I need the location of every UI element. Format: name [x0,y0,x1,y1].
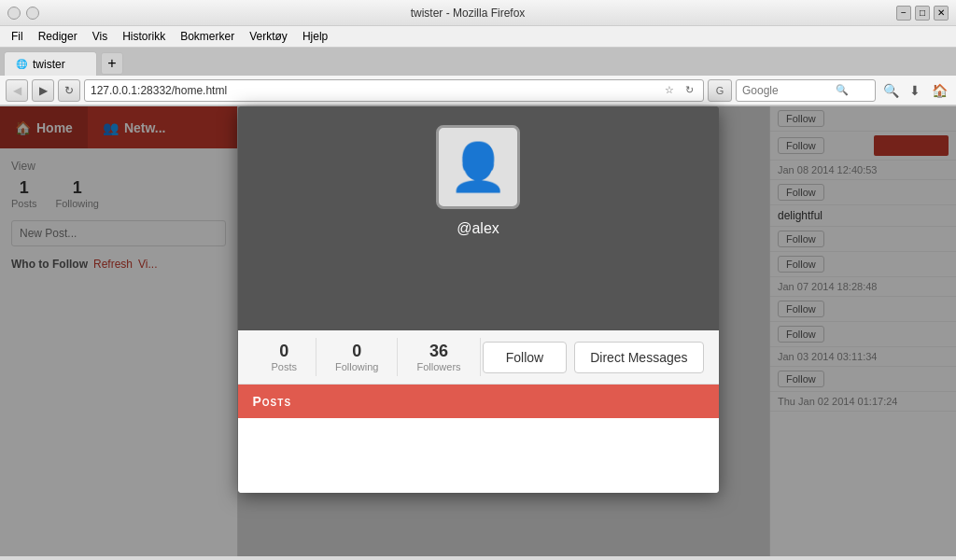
window-close-btn[interactable] [7,7,21,20]
profile-posts-stat: 0 Posts [253,338,317,376]
page-content: 🏠 Home 👥 Netw... View 1 Posts 1 Followin… [0,106,956,556]
refresh-button[interactable]: ↻ [58,79,80,102]
menu-historikk[interactable]: Historikk [115,28,173,45]
new-tab-button[interactable]: + [101,52,123,75]
profile-stats-bar: 0 Posts 0 Following 36 Followers Follow … [238,330,719,385]
menu-bokmerker[interactable]: Bokmerker [173,28,242,45]
profile-followers-count: 36 [429,342,448,361]
url-icons: ☆ ↻ [661,82,697,99]
bookmark-star-icon[interactable]: ☆ [661,82,678,99]
menu-hjelp[interactable]: Hjelp [295,28,335,45]
posts-section: Posts [238,385,719,493]
tab-twister[interactable]: 🌐 twister [4,51,97,76]
address-bar: ◀ ▶ ↻ 127.0.0.1:28332/home.html ☆ ↻ G 🔍 … [0,76,956,105]
back-button[interactable]: ◀ [6,79,28,102]
title-bar-controls [7,7,39,20]
tab-label: twister [33,58,65,71]
menu-bar: Fil Rediger Vis Historikk Bokmerker Verk… [0,26,956,48]
profile-actions: Follow Direct Messages [483,342,704,373]
posts-body [238,418,719,493]
profile-username: @alex [457,220,499,237]
menu-vis[interactable]: Vis [85,28,115,45]
profile-avatar: 👤 [436,125,520,209]
profile-follow-button[interactable]: Follow [483,342,567,373]
search-go-icon[interactable]: 🔍 [836,84,849,96]
url-bar[interactable]: 127.0.0.1:28332/home.html ☆ ↻ [84,79,704,102]
search-input[interactable] [742,84,836,97]
download-icon[interactable]: ⬇ [904,79,926,102]
window-minimize-btn[interactable] [26,7,39,20]
window-title: twister - Mozilla Firefox [39,7,896,20]
browser-chrome: twister - Mozilla Firefox − □ ✕ Fil Redi… [0,0,956,106]
profile-header-bg: 👤 @alex [238,106,719,330]
toolbar-right: 🔍 ⬇ 🏠 [879,79,950,102]
title-bar: twister - Mozilla Firefox − □ ✕ [0,0,956,26]
profile-following-label: Following [335,361,378,372]
home-nav-icon[interactable]: 🏠 [928,79,950,102]
profile-modal: 👤 @alex 0 Posts 0 Following 36 Followers [238,106,719,493]
window-maximize-ctrl[interactable]: □ [915,6,930,21]
profile-direct-messages-button[interactable]: Direct Messages [574,342,703,373]
zoom-in-icon[interactable]: 🔍 [879,79,902,102]
menu-fil[interactable]: Fil [4,28,31,45]
title-bar-right: − □ ✕ [896,6,949,21]
tab-bar: 🌐 twister + [0,48,956,76]
profile-posts-label: Posts [272,361,298,372]
search-box: 🔍 [736,79,876,102]
avatar-icon: 👤 [449,140,507,194]
menu-rediger[interactable]: Rediger [31,28,85,45]
modal-overlay[interactable]: 👤 @alex 0 Posts 0 Following 36 Followers [0,106,956,556]
profile-followers-stat: 36 Followers [398,338,480,376]
window-minimize-ctrl[interactable]: − [896,6,911,21]
profile-following-stat: 0 Following [316,338,398,376]
google-icon-btn[interactable]: G [708,79,732,102]
menu-verktoy[interactable]: Verktøy [242,28,295,45]
profile-followers-label: Followers [416,361,460,372]
forward-button[interactable]: ▶ [32,79,54,102]
url-text: 127.0.0.1:28332/home.html [91,84,661,97]
profile-following-count: 0 [352,342,361,361]
posts-section-header: Posts [238,385,719,418]
profile-posts-count: 0 [279,342,288,361]
tab-favicon: 🌐 [16,59,27,69]
window-close-ctrl[interactable]: ✕ [934,6,949,21]
url-refresh-icon[interactable]: ↻ [681,82,697,99]
